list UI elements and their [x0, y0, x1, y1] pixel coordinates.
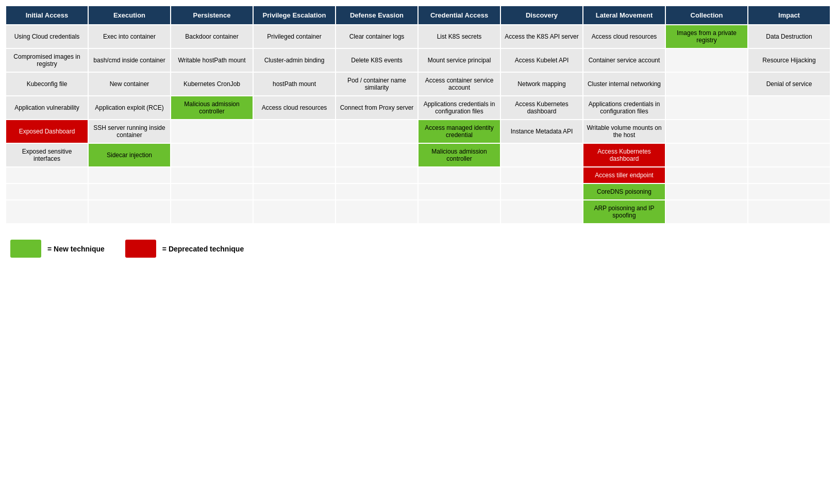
cell-r3-c3: Access cloud resources: [253, 96, 336, 120]
cell-r8-c9: [748, 200, 830, 224]
cell-r8-c4: [336, 200, 418, 224]
cell-r8-c6: [500, 200, 583, 224]
cell-r5-c7: Access Kubernetes dashboard: [583, 143, 665, 167]
cell-r5-c3: [253, 143, 336, 167]
cell-r5-c5: Malicious admission controller: [418, 143, 500, 167]
cell-r6-c1: [88, 167, 171, 183]
cell-r4-c2: [171, 120, 253, 143]
cell-r1-c7: Container service account: [583, 48, 665, 72]
legend-new-box: [10, 240, 41, 258]
table-row: ARP poisoning and IP spoofing: [6, 200, 830, 224]
cell-r8-c0: [6, 200, 88, 224]
legend-new-label: = New technique: [47, 245, 105, 253]
cell-r3-c5: Applications credentials in configuratio…: [418, 96, 500, 120]
legend-deprecated-box: [125, 240, 156, 258]
cell-r7-c2: [171, 183, 253, 200]
cell-r2-c8: [665, 72, 748, 96]
column-header-5: Credential Access: [418, 6, 500, 25]
cell-r7-c7: CoreDNS poisoning: [583, 183, 665, 200]
cell-r2-c2: Kubernetes CronJob: [171, 72, 253, 96]
column-header-7: Lateral Movement: [583, 6, 665, 25]
cell-r3-c6: Access Kubernetes dashboard: [500, 96, 583, 120]
cell-r5-c4: [336, 143, 418, 167]
cell-r6-c8: [665, 167, 748, 183]
cell-r1-c5: Mount service principal: [418, 48, 500, 72]
legend: = New technique = Deprecated technique: [5, 240, 831, 258]
cell-r6-c2: [171, 167, 253, 183]
cell-r4-c1: SSH server running inside container: [88, 120, 171, 143]
cell-r3-c0: Application vulnerability: [6, 96, 88, 120]
cell-r4-c6: Instance Metadata API: [500, 120, 583, 143]
column-header-8: Collection: [665, 6, 748, 25]
column-header-1: Execution: [88, 6, 171, 25]
cell-r6-c0: [6, 167, 88, 183]
cell-r8-c5: [418, 200, 500, 224]
column-header-4: Defense Evasion: [336, 6, 418, 25]
cell-r3-c7: Applications credentials in configuratio…: [583, 96, 665, 120]
cell-r8-c1: [88, 200, 171, 224]
cell-r1-c9: Resource Hijacking: [748, 48, 830, 72]
cell-r5-c6: [500, 143, 583, 167]
cell-r0-c8: Images from a private registry: [665, 25, 748, 48]
cell-r7-c0: [6, 183, 88, 200]
cell-r3-c8: [665, 96, 748, 120]
cell-r4-c7: Writable volume mounts on the host: [583, 120, 665, 143]
table-row: Kubeconfig fileNew containerKubernetes C…: [6, 72, 830, 96]
cell-r6-c4: [336, 167, 418, 183]
cell-r4-c4: [336, 120, 418, 143]
table-row: Exposed sensitive interfacesSidecar inje…: [6, 143, 830, 167]
cell-r2-c5: Access container service account: [418, 72, 500, 96]
cell-r0-c1: Exec into container: [88, 25, 171, 48]
cell-r0-c3: Privileged container: [253, 25, 336, 48]
cell-r7-c9: [748, 183, 830, 200]
cell-r8-c2: [171, 200, 253, 224]
cell-r3-c1: Application exploit (RCE): [88, 96, 171, 120]
cell-r6-c7: Access tiller endpoint: [583, 167, 665, 183]
cell-r1-c4: Delete K8S events: [336, 48, 418, 72]
cell-r2-c6: Network mapping: [500, 72, 583, 96]
cell-r0-c6: Access the K8S API server: [500, 25, 583, 48]
cell-r4-c3: [253, 120, 336, 143]
cell-r3-c2: Malicious admission controller: [171, 96, 253, 120]
cell-r0-c7: Access cloud resources: [583, 25, 665, 48]
cell-r0-c2: Backdoor container: [171, 25, 253, 48]
cell-r2-c1: New container: [88, 72, 171, 96]
cell-r0-c0: Using Cloud credentials: [6, 25, 88, 48]
cell-r2-c4: Pod / container name similarity: [336, 72, 418, 96]
cell-r1-c6: Access Kubelet API: [500, 48, 583, 72]
cell-r6-c9: [748, 167, 830, 183]
column-header-9: Impact: [748, 6, 830, 25]
cell-r1-c2: Writable hostPath mount: [171, 48, 253, 72]
table-row: Application vulnerabilityApplication exp…: [6, 96, 830, 120]
cell-r7-c6: [500, 183, 583, 200]
table-row: Using Cloud credentialsExec into contain…: [6, 25, 830, 48]
cell-r8-c3: [253, 200, 336, 224]
table-row: Compromised images in registrybash/cmd i…: [6, 48, 830, 72]
legend-new: = New technique: [10, 240, 105, 258]
cell-r2-c3: hostPath mount: [253, 72, 336, 96]
cell-r7-c4: [336, 183, 418, 200]
cell-r8-c8: [665, 200, 748, 224]
column-header-0: Initial Access: [6, 6, 88, 25]
column-header-6: Discovery: [500, 6, 583, 25]
cell-r4-c8: [665, 120, 748, 143]
cell-r5-c2: [171, 143, 253, 167]
cell-r0-c9: Data Destruction: [748, 25, 830, 48]
cell-r7-c5: [418, 183, 500, 200]
cell-r0-c4: Clear container logs: [336, 25, 418, 48]
cell-r2-c7: Cluster internal networking: [583, 72, 665, 96]
cell-r3-c4: Connect from Proxy server: [336, 96, 418, 120]
legend-deprecated: = Deprecated technique: [125, 240, 244, 258]
legend-deprecated-label: = Deprecated technique: [162, 245, 244, 253]
column-header-3: Privilege Escalation: [253, 6, 336, 25]
cell-r6-c5: [418, 167, 500, 183]
cell-r6-c3: [253, 167, 336, 183]
table-row: Access tiller endpoint: [6, 167, 830, 183]
cell-r4-c9: [748, 120, 830, 143]
cell-r4-c0: Exposed Dashboard: [6, 120, 88, 143]
cell-r5-c8: [665, 143, 748, 167]
cell-r1-c3: Cluster-admin binding: [253, 48, 336, 72]
cell-r1-c1: bash/cmd inside container: [88, 48, 171, 72]
cell-r7-c3: [253, 183, 336, 200]
cell-r1-c8: [665, 48, 748, 72]
